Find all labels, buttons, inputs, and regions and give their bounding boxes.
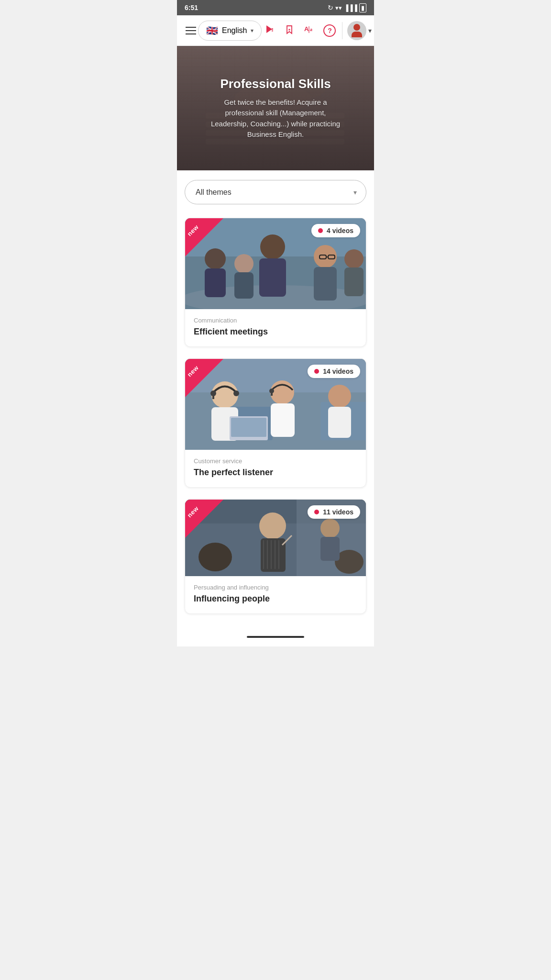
chevron-down-icon: ▾ bbox=[251, 27, 253, 34]
hero-description: Get twice the benefits! Acquire a profes… bbox=[208, 97, 343, 140]
red-dot-icon bbox=[318, 228, 323, 233]
svg-rect-59 bbox=[261, 538, 286, 572]
home-indicator bbox=[247, 636, 304, 638]
language-label: English bbox=[222, 26, 247, 35]
hero-background: Professional Skills Get twice the benefi… bbox=[177, 46, 374, 170]
card-title: Efficient meetings bbox=[194, 327, 357, 337]
course-card[interactable]: new 14 videos Customer service The perfe… bbox=[185, 358, 366, 488]
svg-marker-0 bbox=[266, 25, 272, 33]
svg-rect-32 bbox=[344, 267, 364, 296]
playlist-button[interactable] bbox=[262, 23, 277, 38]
svg-point-51 bbox=[328, 385, 351, 408]
svg-rect-26 bbox=[205, 268, 226, 297]
red-dot-icon bbox=[314, 510, 319, 514]
card-category: Customer service bbox=[194, 457, 357, 465]
new-badge: new bbox=[185, 218, 223, 256]
svg-point-29 bbox=[314, 245, 337, 268]
translate-icon: A a bbox=[304, 24, 315, 37]
translate-button[interactable]: A a bbox=[302, 23, 317, 38]
card-category: Persuading and influencing bbox=[194, 584, 357, 591]
course-card[interactable]: new 4 videos Communication Efficient mee… bbox=[185, 218, 366, 347]
svg-rect-52 bbox=[328, 407, 351, 438]
card-body: Persuading and influencing Influencing p… bbox=[185, 576, 366, 613]
bookmarks-button[interactable] bbox=[282, 23, 297, 38]
main-content: All themesCommunicationCustomer serviceP… bbox=[177, 170, 374, 627]
svg-point-46 bbox=[233, 390, 239, 396]
bottom-bar bbox=[177, 627, 374, 646]
svg-point-68 bbox=[320, 519, 340, 538]
svg-rect-1 bbox=[272, 28, 273, 29]
svg-point-66 bbox=[198, 543, 232, 571]
svg-rect-61 bbox=[267, 540, 268, 569]
svg-point-33 bbox=[234, 254, 253, 273]
svg-text:a: a bbox=[310, 27, 312, 32]
video-count: 14 videos bbox=[323, 368, 353, 375]
help-button[interactable]: ? bbox=[322, 23, 337, 38]
signal-icon: ▐▐▐ bbox=[344, 4, 357, 11]
new-badge: new bbox=[185, 359, 223, 397]
hero-banner: Professional Skills Get twice the benefi… bbox=[177, 46, 374, 170]
svg-rect-64 bbox=[278, 540, 279, 569]
filter-wrapper: All themesCommunicationCustomer serviceP… bbox=[185, 180, 366, 204]
avatar bbox=[347, 21, 366, 40]
battery-icon: ▮ bbox=[359, 3, 366, 12]
card-image: new 11 videos bbox=[185, 500, 366, 576]
svg-rect-69 bbox=[320, 537, 340, 561]
svg-text:A: A bbox=[304, 25, 309, 33]
hamburger-menu[interactable] bbox=[184, 25, 198, 36]
top-nav: 🇬🇧 English ▾ bbox=[177, 15, 374, 46]
video-count-badge: 4 videos bbox=[311, 224, 360, 237]
svg-rect-30 bbox=[314, 267, 337, 301]
svg-rect-63 bbox=[275, 540, 276, 569]
video-count: 4 videos bbox=[327, 227, 353, 234]
svg-rect-48 bbox=[271, 403, 295, 437]
card-image: new 4 videos bbox=[185, 218, 366, 309]
star-bookmark-icon bbox=[284, 24, 295, 37]
svg-rect-62 bbox=[271, 540, 272, 569]
sync-icon: ↻ bbox=[328, 4, 333, 11]
user-dropdown-chevron: ▾ bbox=[368, 27, 372, 34]
avatar-figure bbox=[352, 24, 362, 37]
card-category: Communication bbox=[194, 317, 357, 324]
red-dot-icon bbox=[314, 369, 319, 374]
card-title: The perfect listener bbox=[194, 468, 357, 478]
svg-rect-60 bbox=[263, 540, 264, 569]
status-bar: 6:51 ↻ ▾▾ ▐▐▐ ▮ bbox=[177, 0, 374, 15]
svg-rect-34 bbox=[234, 272, 253, 299]
language-selector[interactable]: 🇬🇧 English ▾ bbox=[198, 21, 262, 41]
card-body: Communication Efficient meetings bbox=[185, 309, 366, 346]
nav-toolbar: A a ? bbox=[262, 23, 337, 38]
user-avatar-dropdown[interactable]: ▾ bbox=[347, 21, 372, 40]
status-time: 6:51 bbox=[185, 4, 198, 11]
svg-point-58 bbox=[259, 512, 286, 539]
course-card[interactable]: new 11 videos Persuading and influencing… bbox=[185, 499, 366, 614]
video-count-badge: 11 videos bbox=[308, 505, 360, 519]
svg-rect-2 bbox=[272, 30, 273, 31]
nav-divider bbox=[342, 22, 342, 39]
card-body: Customer service The perfect listener bbox=[185, 450, 366, 487]
theme-filter[interactable]: All themesCommunicationCustomer serviceP… bbox=[185, 180, 366, 204]
svg-rect-50 bbox=[271, 391, 273, 396]
wifi-icon: ▾▾ bbox=[335, 4, 342, 11]
new-badge: new bbox=[185, 500, 223, 538]
card-image: new 14 videos bbox=[185, 359, 366, 450]
svg-point-27 bbox=[260, 234, 285, 259]
svg-marker-4 bbox=[288, 28, 291, 31]
svg-point-31 bbox=[344, 249, 364, 268]
svg-rect-54 bbox=[231, 418, 266, 437]
hero-title: Professional Skills bbox=[208, 77, 343, 91]
video-count: 11 videos bbox=[323, 508, 353, 516]
flag-icon: 🇬🇧 bbox=[206, 25, 218, 36]
video-count-badge: 14 videos bbox=[308, 365, 360, 378]
svg-rect-28 bbox=[259, 258, 286, 297]
card-title: Influencing people bbox=[194, 594, 357, 604]
status-icons: ↻ ▾▾ ▐▐▐ ▮ bbox=[328, 3, 366, 12]
playlist-icon bbox=[264, 24, 275, 37]
help-icon: ? bbox=[323, 24, 336, 37]
svg-rect-3 bbox=[272, 31, 273, 32]
